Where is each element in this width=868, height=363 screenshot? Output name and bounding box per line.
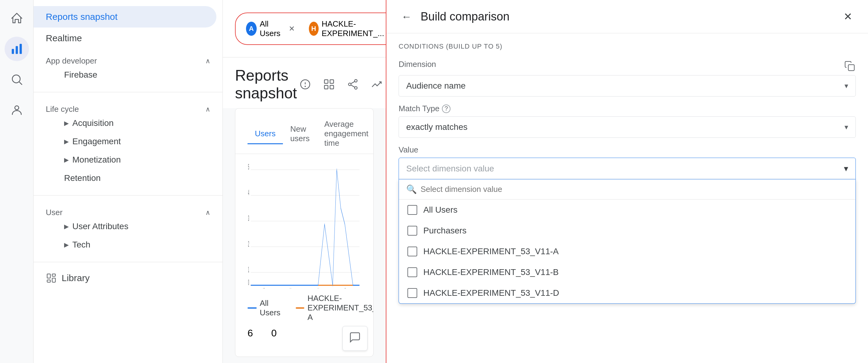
sidebar-section-header-app-developer[interactable]: App developer ∧ xyxy=(46,56,210,66)
value-placeholder: Select dimension value xyxy=(406,164,494,173)
comparison-bar: A All Users ✕ H HACKLE-EXPERIMENT_... ✕ … xyxy=(223,0,386,57)
chart-container: Users New users Average engagement time … xyxy=(235,108,374,357)
chart-tab-new-users[interactable]: New users xyxy=(283,119,317,149)
app-developer-chevron: ∧ xyxy=(206,57,210,65)
sidebar-item-monetization[interactable]: ▶ Monetization xyxy=(46,151,210,169)
hackle-avatar: H xyxy=(309,22,319,36)
copy-icon[interactable] xyxy=(844,60,856,72)
firebase-label: Firebase xyxy=(64,70,97,80)
svg-point-4 xyxy=(14,106,19,110)
svg-point-17 xyxy=(348,83,351,86)
svg-rect-5 xyxy=(47,274,51,278)
dropdown-item-hackle-d[interactable]: HACKLE-EXPERIMENT_53_V11-D xyxy=(399,283,856,303)
legend-line-all-users xyxy=(248,307,257,309)
sidebar-item-firebase[interactable]: Firebase xyxy=(46,66,210,84)
dropdown-item-label-purchasers: Purchasers xyxy=(423,226,467,235)
dimension-label: Dimension xyxy=(399,60,436,69)
match-type-label-text: Match Type xyxy=(399,104,439,113)
value-chevron: ▾ xyxy=(844,164,848,173)
life-cycle-label: Life cycle xyxy=(46,105,79,114)
sidebar-item-library[interactable]: Library xyxy=(34,267,222,289)
checkbox-hackle-d[interactable] xyxy=(407,288,417,298)
nav-home[interactable] xyxy=(5,6,29,31)
trend-icon[interactable] xyxy=(368,76,385,92)
chart-tab-users[interactable]: Users xyxy=(248,124,283,144)
dropdown-item-hackle-b[interactable]: HACKLE-EXPERIMENT_53_V11-B xyxy=(399,262,856,283)
dashboard-icon[interactable] xyxy=(321,76,337,92)
svg-text:5: 5 xyxy=(248,163,249,171)
svg-text:2: 2 xyxy=(248,240,249,248)
comp-tab-all-users[interactable]: A All Users ✕ xyxy=(241,16,300,41)
dropdown-item-purchasers[interactable]: Purchasers xyxy=(399,220,856,241)
sidebar-item-reports-snapshot[interactable]: Reports snapshot xyxy=(34,6,216,28)
dropdown-item-label-all-users: All Users xyxy=(423,205,458,215)
legend-line-hackle xyxy=(296,307,304,309)
share-icon[interactable] xyxy=(345,76,361,92)
insights-icon[interactable] xyxy=(297,76,313,92)
dropdown-item-hackle-a[interactable]: HACKLE-EXPERIMENT_53_V11-A xyxy=(399,241,856,262)
sidebar-item-acquisition[interactable]: ▶ Acquisition xyxy=(46,114,210,132)
match-type-label: Match Type ? xyxy=(399,104,856,113)
sidebar-section-app-developer: App developer ∧ Firebase xyxy=(34,49,222,87)
dimension-header-row: Dimension xyxy=(399,60,856,72)
match-type-chevron: ▾ xyxy=(844,123,848,131)
back-button[interactable]: ← xyxy=(399,8,414,24)
page-header: Reports snapshot xyxy=(223,57,386,108)
nav-audience[interactable] xyxy=(5,98,29,122)
tech-bullet: ▶ xyxy=(64,241,69,248)
sidebar-divider-1 xyxy=(34,92,222,92)
comparison-tabs: A All Users ✕ H HACKLE-EXPERIMENT_... ✕ … xyxy=(235,12,386,45)
hackle-tab-label: HACKLE-EXPERIMENT_... xyxy=(322,19,386,38)
close-button[interactable]: ✕ xyxy=(840,8,856,24)
sidebar-item-user-attributes[interactable]: ▶ User Attributes xyxy=(46,217,210,235)
acquisition-label: Acquisition xyxy=(72,118,114,128)
match-type-info-icon[interactable]: ? xyxy=(442,105,451,113)
chart-svg: 5 4 3 2 1 0 27 Aug 03 Sep 10 17 xyxy=(248,160,361,288)
all-users-close[interactable]: ✕ xyxy=(289,24,295,33)
comp-tab-hackle[interactable]: H HACKLE-EXPERIMENT_... ✕ xyxy=(303,16,386,41)
user-chevron: ∧ xyxy=(206,209,210,217)
svg-point-16 xyxy=(355,79,357,82)
sidebar-divider-3 xyxy=(34,262,222,262)
dimension-dropdown: 🔍 All Users Purchasers HACKLE-EXPERIMENT… xyxy=(399,179,856,304)
sidebar-item-realtime[interactable]: Realtime xyxy=(34,28,222,49)
sidebar-section-header-lifecycle[interactable]: Life cycle ∧ xyxy=(46,105,210,114)
value-label-text: Value xyxy=(399,145,418,155)
checkbox-hackle-b[interactable] xyxy=(407,268,417,277)
checkbox-all-users[interactable] xyxy=(407,205,417,215)
tech-label: Tech xyxy=(72,240,90,250)
match-type-value: exactly matches xyxy=(406,122,468,132)
library-label: Library xyxy=(62,273,90,283)
chart-tab-engagement[interactable]: Average engagement time ? xyxy=(317,115,374,154)
svg-line-19 xyxy=(351,82,355,84)
svg-text:3: 3 xyxy=(248,214,249,223)
dimension-select[interactable]: Audience name ▾ xyxy=(399,75,856,96)
nav-search[interactable] xyxy=(5,67,29,92)
right-panel: ← Build comparison ✕ CONDITIONS (BUILD U… xyxy=(386,0,868,363)
svg-rect-14 xyxy=(324,85,328,89)
all-users-avatar: A xyxy=(246,22,257,36)
match-type-select[interactable]: exactly matches ▾ xyxy=(399,116,856,138)
nav-analytics[interactable] xyxy=(5,37,29,61)
svg-text:03: 03 xyxy=(290,287,291,288)
value-all-users: 6 xyxy=(248,328,253,339)
user-label: User xyxy=(46,208,63,217)
feedback-button[interactable] xyxy=(342,326,368,351)
monetization-label: Monetization xyxy=(72,155,121,165)
sidebar-item-engagement[interactable]: ▶ Engagement xyxy=(46,132,210,151)
svg-rect-1 xyxy=(16,46,18,54)
svg-rect-13 xyxy=(330,80,334,83)
chart-area: 5 4 3 2 1 0 27 Aug 03 Sep 10 17 xyxy=(235,154,373,313)
svg-rect-15 xyxy=(330,85,334,89)
sidebar-item-tech[interactable]: ▶ Tech xyxy=(46,235,210,254)
search-input[interactable] xyxy=(421,185,848,194)
main-content: A All Users ✕ H HACKLE-EXPERIMENT_... ✕ … xyxy=(223,0,386,363)
dropdown-item-all-users[interactable]: All Users xyxy=(399,199,856,220)
checkbox-purchasers[interactable] xyxy=(407,226,417,235)
checkbox-hackle-a[interactable] xyxy=(407,247,417,256)
right-panel-header: ← Build comparison ✕ xyxy=(386,0,868,33)
chart-legend: All Users HACKLE-EXPERIMENT_53_V11-A xyxy=(248,290,361,325)
value-select[interactable]: Select dimension value ▾ xyxy=(399,158,856,179)
sidebar-item-retention[interactable]: Retention xyxy=(46,169,210,187)
sidebar-section-header-user[interactable]: User ∧ xyxy=(46,208,210,217)
